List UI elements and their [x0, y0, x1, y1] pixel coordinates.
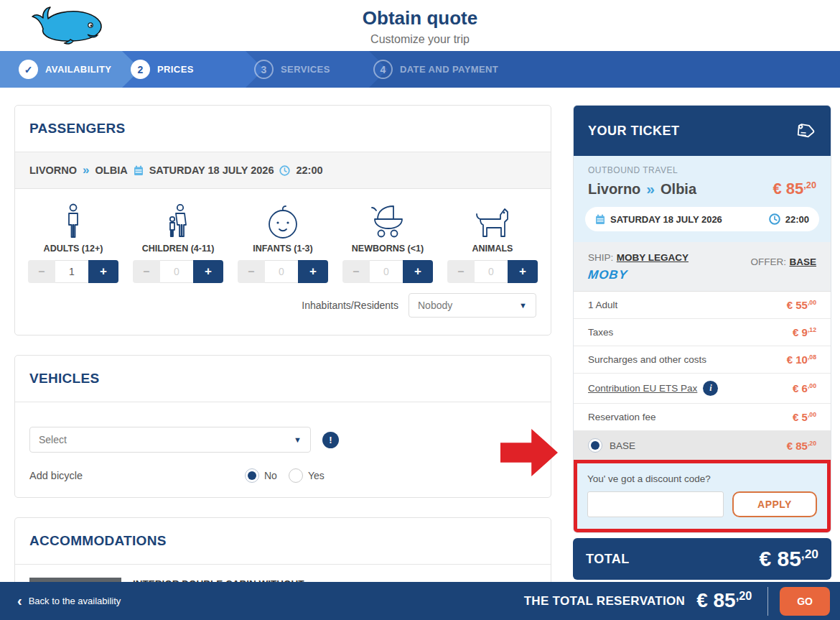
children-icon [126, 202, 230, 239]
adult-icon [21, 202, 126, 239]
ticket-date-pill: SATURDAY 18 JULY 2026 22:00 [585, 207, 819, 231]
alert-icon[interactable]: ! [322, 432, 339, 448]
adults-plus-button[interactable]: + [88, 260, 118, 283]
newborns-minus-button[interactable]: – [342, 260, 370, 283]
radio-unselected-icon [289, 468, 303, 483]
total-price: € 85,20 [759, 547, 818, 571]
bicycle-radio-no[interactable]: No [245, 468, 277, 483]
clock-icon [769, 213, 780, 225]
counter-children: CHILDREN (4-11) – 0 + [126, 202, 230, 283]
page-title: Obtain quote [0, 7, 840, 29]
adults-count[interactable]: 1 [55, 260, 88, 283]
newborns-count[interactable]: 0 [370, 260, 403, 283]
children-minus-button[interactable]: – [133, 260, 160, 283]
price-row-taxes: Taxes € 9,12 [574, 319, 831, 346]
step-label-date-payment: DATE AND PAYMENT [400, 64, 498, 75]
ticket-title: YOUR TICKET [588, 124, 680, 139]
ship-label: SHIP: [588, 252, 613, 263]
residents-label: Inhabitants/Residents [302, 300, 398, 311]
bicycle-radio-yes[interactable]: Yes [289, 468, 325, 483]
page-subtitle: Customize your trip [0, 33, 840, 46]
discount-question: You' ve got a discount code? [587, 473, 817, 484]
ticket-from: Livorno [588, 181, 640, 198]
infants-plus-button[interactable]: + [298, 260, 328, 283]
route-to: OLBIA [95, 165, 128, 176]
ticket-time: 22:00 [785, 214, 809, 225]
counter-newborns: NEWBORNS (<1) – 0 + [335, 202, 440, 283]
footer-total-label: THE TOTAL RESERVATION [524, 594, 686, 609]
divider [767, 587, 768, 616]
chevron-down-icon: ▼ [519, 301, 527, 310]
step-number-2: 2 [131, 60, 150, 79]
total-label: TOTAL [586, 552, 630, 567]
base-fare-row[interactable]: BASE € 85,20 [574, 431, 831, 460]
passengers-card: PASSENGERS LIVORNO » OLBIA SATURDAY 18 J… [14, 105, 551, 336]
counter-animals: ANIMALS – 0 + [440, 202, 545, 283]
step-number-3: 3 [254, 60, 274, 79]
moby-brand-logo: MOBY [587, 268, 628, 282]
passenger-counters: ADULTS (12+) – 1 + CHILDREN [15, 189, 551, 287]
infants-count[interactable]: 0 [265, 260, 298, 283]
children-plus-button[interactable]: + [193, 260, 223, 283]
route-from: LIVORNO [29, 165, 77, 176]
vehicles-heading: VEHICLES [15, 356, 551, 402]
ticket-to: Olbia [661, 181, 696, 198]
infants-minus-button[interactable]: – [238, 260, 265, 283]
check-icon: ✓ [19, 60, 38, 79]
newborns-plus-button[interactable]: + [403, 260, 433, 283]
route-summary: LIVORNO » OLBIA SATURDAY 18 JULY 2026 22… [15, 152, 551, 189]
ship-name-link[interactable]: MOBY LEGACY [617, 252, 689, 263]
price-row-reservation-fee: Reservation fee € 5,00 [574, 404, 831, 431]
route-chevron-icon: » [646, 180, 655, 198]
children-count[interactable]: 0 [160, 260, 193, 283]
step-date-payment: 4 DATE AND PAYMENT [373, 51, 498, 88]
adults-minus-button[interactable]: – [28, 260, 55, 283]
offer-label: OFFER: [751, 256, 787, 267]
vehicles-card: VEHICLES Select ▼ ! Add bicycle No [14, 355, 551, 498]
counter-adults: ADULTS (12+) – 1 + [21, 202, 126, 283]
info-icon[interactable]: i [703, 381, 718, 396]
calendar-icon [134, 165, 144, 176]
chevron-left-icon: ‹ [17, 593, 22, 608]
ets-contribution-link[interactable]: Contribution EU ETS Pax [588, 383, 697, 394]
discount-code-section: You' ve got a discount code? APPLY [574, 460, 831, 532]
counter-infants: INFANTS (1-3) – 0 + [230, 202, 335, 283]
go-button[interactable]: GO [780, 587, 830, 616]
animals-plus-button[interactable]: + [508, 260, 538, 283]
radio-selected-icon [588, 438, 602, 453]
price-row-adult: 1 Adult € 55,00 [574, 292, 831, 319]
discount-code-input[interactable] [587, 491, 724, 517]
animals-count[interactable]: 0 [475, 260, 508, 283]
price-row-surcharges: Surcharges and other costs € 10,08 [574, 346, 831, 374]
total-bar: TOTAL € 85,20 [573, 538, 831, 580]
animals-minus-button[interactable]: – [447, 260, 475, 283]
ticket-date: SATURDAY 18 JULY 2026 [610, 214, 722, 225]
back-to-availability-link[interactable]: ‹ Back to the availability [17, 595, 121, 608]
route-date: SATURDAY 18 JULY 2026 [149, 165, 274, 176]
outbound-travel-label: OUTBOUND TRAVEL [588, 165, 819, 175]
step-label-services: SERVICES [281, 64, 330, 75]
stroller-icon [335, 202, 440, 239]
footer-total-price: € 85,20 [696, 589, 752, 612]
apply-button[interactable]: APPLY [732, 491, 817, 517]
clock-icon [279, 165, 290, 176]
offer-name-link[interactable]: BASE [789, 256, 816, 267]
vehicle-select-value: Select [39, 434, 67, 445]
route-time: 22:00 [296, 165, 322, 176]
step-prices[interactable]: 2 PRICES [131, 51, 194, 88]
accommodations-heading: ACCOMMODATIONS [15, 518, 551, 564]
progress-steps: ✓ AVAILABILITY 2 PRICES 3 SERVICES 4 DAT… [0, 51, 840, 88]
step-services: 3 SERVICES [254, 51, 330, 88]
chevron-down-icon: ▼ [294, 435, 302, 444]
vehicle-select[interactable]: Select ▼ [29, 427, 311, 453]
route-chevron-icon: » [83, 163, 89, 177]
step-availability[interactable]: ✓ AVAILABILITY [19, 51, 111, 88]
infant-icon [230, 202, 335, 239]
your-ticket-card: YOUR TICKET OUTBOUND TRAVEL Livorn [573, 105, 831, 533]
add-bicycle-label: Add bicycle [29, 470, 245, 481]
step-label-prices: PRICES [157, 64, 194, 75]
residents-select[interactable]: Nobody ▼ [409, 293, 536, 318]
step-label-availability: AVAILABILITY [45, 64, 111, 75]
price-row-ets: Contribution EU ETS Pax i € 6,00 [574, 374, 831, 404]
footer-bar: ‹ Back to the availability THE TOTAL RES… [0, 582, 840, 620]
